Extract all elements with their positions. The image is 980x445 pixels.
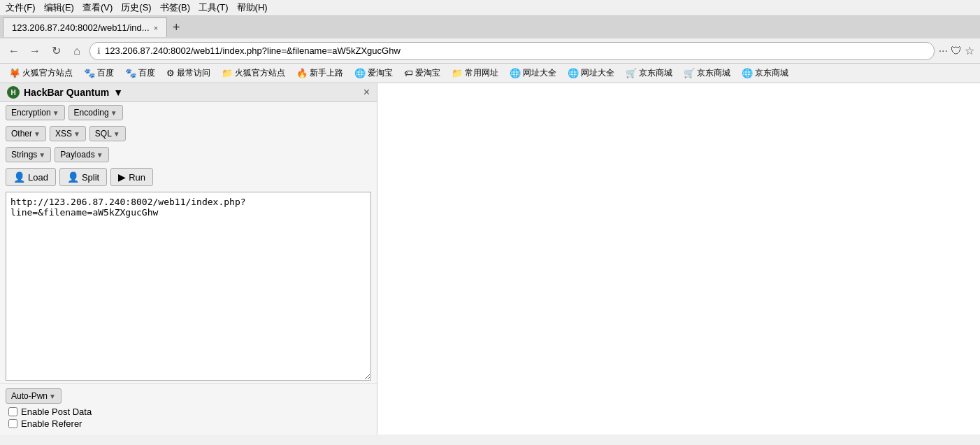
xss-arrow: ▼ [73, 130, 80, 138]
enable-post-data-row: Enable Post Data [8, 407, 368, 417]
encoding-arrow: ▼ [110, 109, 117, 117]
encryption-label: Encryption [11, 108, 51, 118]
load-label: Load [28, 172, 48, 183]
run-label: Run [129, 172, 145, 183]
addressbar: ← → ↻ ⌂ ℹ ··· 🛡 ☆ [0, 38, 980, 64]
other-arrow: ▼ [34, 130, 41, 138]
menu-help[interactable]: 帮助(H) [237, 1, 268, 14]
button-row-2: Other ▼ XSS ▼ SQL ▼ [0, 123, 377, 144]
menu-bookmarks[interactable]: 书签(B) [160, 1, 190, 14]
bookmark-label: 爱淘宝 [368, 67, 393, 79]
hackbar-close-button[interactable]: × [363, 86, 370, 99]
menu-file[interactable]: 文件(F) [6, 1, 36, 14]
shield-icon: 🛡 [951, 45, 962, 57]
new-tab-button[interactable]: + [168, 20, 185, 35]
split-label: Split [82, 172, 99, 183]
sql-button[interactable]: SQL ▼ [89, 126, 126, 141]
button-row-3: Strings ▼ Payloads ▼ [0, 144, 377, 165]
bookmark-icon: 🏷 [404, 68, 413, 78]
encryption-button[interactable]: Encryption ▼ [6, 105, 65, 120]
tab-close-button[interactable]: × [154, 24, 158, 32]
run-button[interactable]: ▶ Run [110, 168, 153, 186]
autopwn-button[interactable]: Auto-Pwn ▼ [6, 388, 62, 404]
bookmark-webdaquan2[interactable]: 🌐 网址大全 [564, 66, 618, 80]
bookmark-star-icon[interactable]: ☆ [965, 44, 974, 57]
sql-label: SQL [95, 129, 112, 139]
payloads-label: Payloads [60, 150, 94, 160]
main-content: H HackBar Quantum ▼ × Encryption ▼ Encod… [0, 83, 980, 435]
bookmark-label: 京东商城 [639, 67, 672, 79]
bookmark-icon: 🐾 [84, 68, 95, 78]
security-info-icon[interactable]: ℹ [97, 46, 101, 56]
enable-referer-label: Enable Referer [21, 418, 82, 429]
bookmark-taobao1[interactable]: 🌐 爱淘宝 [351, 66, 396, 80]
bookmark-label: 火狐官方站点 [22, 67, 73, 79]
hackbar-title: H HackBar Quantum ▼ [7, 86, 123, 99]
bookmark-foxofficial2[interactable]: 📁 火狐官方站点 [218, 66, 289, 80]
bookmark-common[interactable]: 📁 常用网址 [448, 66, 502, 80]
encoding-label: Encoding [74, 108, 109, 118]
menubar: 文件(F) 编辑(E) 查看(V) 历史(S) 书签(B) 工具(T) 帮助(H… [0, 0, 980, 16]
address-input[interactable] [105, 45, 927, 56]
bookmark-foxofficial1[interactable]: 🦊 火狐官方站点 [6, 66, 76, 80]
bookmark-baidu2[interactable]: 🐾 百度 [122, 66, 159, 80]
autopwn-section: Auto-Pwn ▼ Enable Post Data Enable Refer… [0, 383, 377, 435]
menu-view[interactable]: 查看(V) [82, 1, 113, 14]
other-label: Other [11, 129, 32, 139]
menu-tools[interactable]: 工具(T) [199, 1, 229, 14]
bookmark-icon: 🦊 [9, 68, 20, 78]
enable-post-data-label: Enable Post Data [21, 407, 92, 417]
bookmark-icon: 📁 [222, 68, 233, 78]
home-button[interactable]: ⌂ [69, 43, 85, 59]
bookmark-webdaquan1[interactable]: 🌐 网址大全 [506, 66, 560, 80]
payloads-arrow: ▼ [96, 151, 103, 159]
bookmark-jd2[interactable]: 🛒 京东商城 [680, 66, 734, 80]
address-actions: ··· 🛡 ☆ [939, 44, 974, 57]
hackbar-dropdown-arrow[interactable]: ▼ [113, 87, 123, 98]
bookmark-jd1[interactable]: 🛒 京东商城 [622, 66, 676, 80]
bookmark-label: 京东商城 [755, 67, 788, 79]
bookmark-newuser[interactable]: 🔥 新手上路 [293, 66, 347, 80]
bookmark-jd3[interactable]: 🌐 京东商城 [738, 66, 792, 80]
enable-post-data-checkbox[interactable] [8, 407, 17, 416]
payloads-button[interactable]: Payloads ▼ [55, 147, 108, 162]
bookmark-label: 网址大全 [523, 67, 556, 79]
forward-button[interactable]: → [27, 43, 43, 59]
browser-tab[interactable]: 123.206.87.240:8002/web11/ind... × [3, 17, 167, 37]
hackbar-panel: H HackBar Quantum ▼ × Encryption ▼ Encod… [0, 83, 377, 435]
bookmark-mostvisited[interactable]: ⚙ 最常访问 [163, 66, 214, 80]
enable-referer-checkbox[interactable] [8, 419, 17, 428]
more-options-button[interactable]: ··· [939, 45, 948, 57]
bookmark-label: 网址大全 [581, 67, 614, 79]
bookmarksbar: 🦊 火狐官方站点 🐾 百度 🐾 百度 ⚙ 最常访问 📁 火狐官方站点 🔥 新手上… [0, 64, 980, 83]
tab-title: 123.206.87.240:8002/web11/ind... [12, 22, 150, 33]
bookmark-label: 常用网址 [465, 67, 498, 79]
xss-button[interactable]: XSS ▼ [50, 126, 86, 141]
bookmark-icon: 🛒 [684, 68, 695, 78]
url-textarea[interactable]: http://123.206.87.240:8002/web11/index.p… [6, 192, 371, 381]
menu-history[interactable]: 历史(S) [121, 1, 151, 14]
action-buttons-row: 👤 Load 👤 Split ▶ Run [0, 165, 377, 189]
back-button[interactable]: ← [6, 43, 22, 59]
hackbar-header: H HackBar Quantum ▼ × [0, 83, 377, 102]
bookmark-label: 百度 [97, 67, 114, 79]
autopwn-arrow: ▼ [49, 393, 56, 400]
reload-button[interactable]: ↻ [48, 43, 64, 59]
strings-button[interactable]: Strings ▼ [6, 147, 51, 162]
bookmark-taobao2[interactable]: 🏷 爱淘宝 [401, 66, 444, 80]
encoding-button[interactable]: Encoding ▼ [69, 105, 123, 120]
autopwn-label: Auto-Pwn [11, 391, 48, 401]
bookmark-icon: 🛒 [626, 68, 637, 78]
split-icon: 👤 [67, 171, 79, 183]
address-box: ℹ [89, 42, 935, 60]
menu-edit[interactable]: 编辑(E) [44, 1, 74, 14]
strings-arrow: ▼ [38, 151, 45, 159]
enable-referer-row: Enable Referer [8, 418, 368, 429]
bookmark-icon: 🔥 [296, 68, 308, 78]
split-button[interactable]: 👤 Split [59, 168, 107, 186]
load-button[interactable]: 👤 Load [6, 168, 56, 186]
strings-label: Strings [11, 150, 37, 160]
bookmark-baidu1[interactable]: 🐾 百度 [80, 66, 117, 80]
other-button[interactable]: Other ▼ [6, 126, 46, 141]
bookmark-icon: 🐾 [125, 68, 136, 78]
